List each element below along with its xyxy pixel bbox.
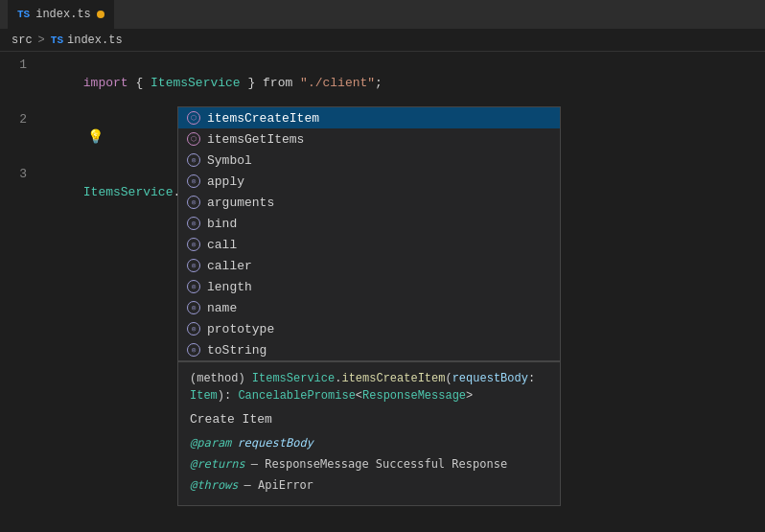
autocomplete-label-itemsGetItems: itemsGetItems <box>207 132 304 147</box>
keyword-icon-call: ◎ <box>186 237 201 252</box>
keyword-icon-toString: ◎ <box>186 342 201 358</box>
breadcrumb-filename: index.ts <box>67 34 123 47</box>
autocomplete-label-call: call <box>207 238 237 252</box>
method-icon-itemsCreateItem: ⬡ <box>186 110 201 126</box>
autocomplete-item-toString[interactable]: ◎ toString <box>178 339 560 360</box>
autocomplete-label-apply: apply <box>207 174 244 189</box>
autocomplete-item-arguments[interactable]: ◎ arguments <box>178 192 560 213</box>
tab-filename: index.ts <box>35 8 91 21</box>
method-icon-itemsGetItems: ⬡ <box>186 131 201 147</box>
autocomplete-item-prototype[interactable]: ◎ prototype <box>178 318 560 339</box>
autocomplete-item-apply[interactable]: ◎ apply <box>178 171 560 192</box>
line-1: 1 import { ItemsService } from "./client… <box>0 56 765 110</box>
keyword-icon-apply: ◎ <box>186 173 201 189</box>
autocomplete-item-name[interactable]: ◎ name <box>178 297 560 318</box>
keyword-icon-length: ◎ <box>186 279 201 294</box>
breadcrumb: src > TS index.ts <box>0 29 765 52</box>
autocomplete-label-length: length <box>207 280 252 294</box>
autocomplete-item-length[interactable]: ◎ length <box>178 276 560 297</box>
editor-tab[interactable]: TS index.ts <box>8 0 114 29</box>
editor-area[interactable]: 1 import { ItemsService } from "./client… <box>0 52 765 223</box>
line-number-3: 3 <box>0 165 38 183</box>
line-1-content: import { ItemsService } from "./client"; <box>38 56 765 110</box>
doc-param-line: @param requestBody <box>190 434 548 451</box>
breadcrumb-ts-icon: TS <box>51 35 63 46</box>
line-number-1: 1 <box>0 56 38 74</box>
doc-param-name: requestBody <box>237 434 313 451</box>
keyword-icon-prototype: ◎ <box>186 321 201 336</box>
line-number-2: 2 <box>0 110 38 128</box>
autocomplete-item-Symbol[interactable]: ◎ Symbol <box>178 150 560 171</box>
doc-param-tag: @param <box>190 434 231 451</box>
keyword-icon-bind: ◎ <box>186 216 201 231</box>
doc-throws-tag: @throws <box>190 476 239 494</box>
keyword-icon-caller: ◎ <box>186 258 201 273</box>
autocomplete-label-toString: toString <box>207 343 267 358</box>
doc-returns-tag: @returns <box>190 455 245 473</box>
doc-returns-line: @returns — ResponseMessage Successful Re… <box>190 455 548 473</box>
keyword-icon-name: ◎ <box>186 300 201 315</box>
autocomplete-item-caller[interactable]: ◎ caller <box>178 255 560 276</box>
doc-panel: × (method) ItemsService.itemsCreateItem(… <box>178 361 560 505</box>
autocomplete-list: ⬡ itemsCreateItem ⬡ itemsGetItems ◎ Symb… <box>178 107 560 361</box>
autocomplete-label-itemsCreateItem: itemsCreateItem <box>207 111 319 126</box>
breadcrumb-src: src <box>12 34 33 47</box>
lightbulb-icon[interactable]: 💡 <box>83 129 104 145</box>
keyword-icon-arguments: ◎ <box>186 195 201 210</box>
doc-throws-line: @throws — ApiError <box>190 476 548 494</box>
autocomplete-dropdown: ⬡ itemsCreateItem ⬡ itemsGetItems ◎ Symb… <box>177 106 561 506</box>
doc-signature: (method) ItemsService.itemsCreateItem(re… <box>190 370 548 405</box>
autocomplete-label-prototype: prototype <box>207 322 274 336</box>
breadcrumb-sep-1: > <box>38 34 45 47</box>
doc-throws-text: — ApiError <box>244 476 313 494</box>
autocomplete-label-bind: bind <box>207 217 237 231</box>
doc-returns-text: — ResponseMessage Successful Response <box>251 455 507 473</box>
autocomplete-label-caller: caller <box>207 259 252 273</box>
autocomplete-item-call[interactable]: ◎ call <box>178 234 560 255</box>
title-bar: TS index.ts <box>0 0 765 29</box>
autocomplete-item-itemsGetItems[interactable]: ⬡ itemsGetItems <box>178 128 560 150</box>
tab-ts-icon: TS <box>17 9 30 20</box>
autocomplete-label-Symbol: Symbol <box>207 153 252 168</box>
doc-title: Create Item <box>190 412 548 427</box>
autocomplete-item-itemsCreateItem[interactable]: ⬡ itemsCreateItem <box>178 107 560 128</box>
tab-modified-indicator <box>97 11 104 18</box>
autocomplete-label-name: name <box>207 301 237 315</box>
autocomplete-label-arguments: arguments <box>207 196 274 210</box>
autocomplete-item-bind[interactable]: ◎ bind <box>178 213 560 234</box>
keyword-icon-Symbol: ◎ <box>186 152 201 168</box>
